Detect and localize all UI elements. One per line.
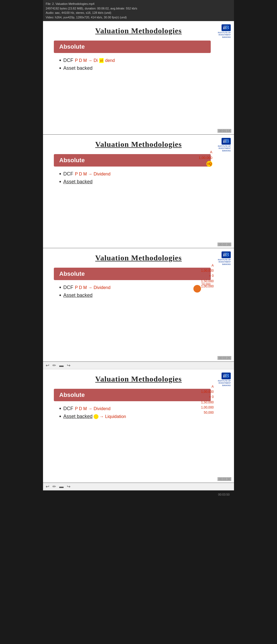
annotation-eq: =Q [199, 161, 212, 167]
asset-backed-wrapper-4: Asset backed → Liquidation [63, 414, 126, 419]
slide-4-absolute-label: Absolute [59, 391, 85, 398]
slide-1-absolute-box: Absolute [54, 41, 211, 53]
toolbar-2-icon-redo[interactable]: ↪ [67, 484, 70, 489]
slide-3-timestamp: 00:03:26 [217, 356, 231, 360]
toolbar-2-icon-pencil[interactable]: ✏ [52, 484, 56, 489]
toolbar-2-icon-undo[interactable]: ↩ [46, 484, 49, 489]
slide-3-absolute-label: Absolute [59, 270, 85, 277]
asset-backed-annotation-4: → Liquidation [100, 414, 126, 419]
annot4-v4: 50,000 [196, 410, 214, 415]
slide-4-top-annotation: A 1,00,000 = 0 1,50,000 1,00,000 50,000 [196, 384, 214, 415]
dcf-annotation-1: P D M → Di [75, 58, 98, 63]
slide-2-bottom [54, 187, 223, 235]
title-bar-line3: Audio: aac, 44100 Hz, stereo, s16, 128 k… [46, 11, 231, 15]
annotation-value: 1,00,000 [199, 155, 212, 161]
slide-1-bullet-dcf: • DCF P D M → Dividend [59, 57, 223, 64]
toolbar-2-icon-text[interactable]: ▬ [59, 484, 64, 489]
toolbar-icon-text[interactable]: ▬ [59, 363, 64, 368]
slide-1-bullet-asset: • Asset backed [59, 65, 223, 71]
annot3-v1: 1,00,000 [196, 268, 214, 273]
slide-3: iiB INSTITUTE OFINVESTMENT BANKING A 1,0… [43, 248, 234, 362]
slide-1-bottom [54, 73, 223, 122]
slide-2-absolute-box: Absolute [54, 154, 211, 167]
slide-2-title: Valuation Methodologies [54, 140, 223, 149]
toolbar-1: ↩ ✏ ▬ ↪ [43, 362, 234, 369]
annot4-v1: 1,00,000 [196, 389, 214, 394]
yellow-dot-4 [94, 414, 98, 419]
iib-logo-2: iiB INSTITUTE OFINVESTMENT BANKING [215, 138, 231, 150]
slide-4-absolute-box: Absolute [54, 389, 211, 401]
slide-2-bullet-dcf: • DCF P D M → Dividend [59, 171, 223, 177]
annot4-v3: 1,00,000 [201, 405, 214, 410]
slide-3-content: iiB INSTITUTE OFINVESTMENT BANKING A 1,0… [43, 248, 234, 354]
dcf-annotation-4: P D M → Dividend [75, 406, 110, 411]
dcf-highlight-1: vi [99, 58, 104, 63]
toolbar-icon-undo[interactable]: ↩ [46, 363, 49, 368]
slide-3-bottom [54, 300, 223, 349]
annotation-A: A [199, 150, 212, 155]
slide-3-absolute-box: Absolute [54, 268, 211, 280]
slide-4-title: Valuation Methodologies [54, 375, 223, 383]
annot4-v2: 1,50,000 [196, 400, 214, 405]
slide-1-bullets: • DCF P D M → Dividend • Asset backed [54, 57, 223, 71]
annot3-eq: = 0 [196, 273, 214, 278]
video-container: File: 2. Valuation Methodologies.mp4 249… [43, 0, 234, 499]
slide-2: iiB INSTITUTE OFINVESTMENT BANKING A 1,0… [43, 135, 234, 248]
slide-2-bullet-asset: • Asset backed [59, 179, 223, 185]
iib-logo-1: iiB INSTITUTE OFINVESTMENT BANKING [215, 24, 231, 36]
asset-backed-label-4: Asset backed [63, 414, 93, 419]
title-bar-line2: 24974192 bytes (23.82 MiB), duration: 00… [46, 6, 231, 11]
annot3-A: A [196, 263, 214, 268]
slide-3-bullet-asset: • Asset backed [59, 292, 223, 298]
toolbar-icon-pencil[interactable]: ✏ [52, 363, 56, 368]
eq-circle: =Q [206, 161, 212, 167]
bottom-timestamp: 00:03:50 [218, 493, 230, 496]
dcf-annotation-1b: dend [105, 58, 115, 63]
slide-2-top-annotation: A 1,00,000 =Q [199, 150, 212, 167]
slide-1-title: Valuation Methodologies [54, 26, 223, 35]
slide-1-absolute-label: Absolute [59, 43, 85, 50]
dcf-label-4: DCF [63, 406, 73, 411]
iib-logo-4: iiB INSTITUTE OFINVESTMENT BANKING [215, 373, 231, 385]
slide-4-timestamp: 00:03:38 [217, 477, 231, 481]
slide-1: iiB INSTITUTE OFINVESTMENT BANKING Valua… [43, 21, 234, 135]
toolbar-icon-redo[interactable]: ↪ [67, 363, 70, 368]
asset-backed-label-2: Asset backed [63, 179, 93, 185]
annot3-50k: 50,000 [202, 282, 210, 286]
slide-2-absolute-label: Absolute [59, 157, 85, 164]
slide-2-bullets: • DCF P D M → Dividend • Asset backed [54, 171, 223, 185]
slide-4: iiB INSTITUTE OFINVESTMENT BANKING A 1,0… [43, 369, 234, 483]
asset-backed-label-1: Asset backed [63, 65, 93, 71]
slide-2-content: iiB INSTITUTE OFINVESTMENT BANKING A 1,0… [43, 135, 234, 241]
slide-1-content: iiB INSTITUTE OFINVESTMENT BANKING Valua… [43, 21, 234, 127]
dcf-annotation-3: P D M → Dividend [75, 285, 110, 290]
dcf-annotation-2: P D M → Dividend [75, 172, 110, 177]
slide-4-content: iiB INSTITUTE OFINVESTMENT BANKING A 1,0… [43, 369, 234, 475]
toolbar-2: ↩ ✏ ▬ ↪ [43, 483, 234, 490]
title-bar-line1: File: 2. Valuation Methodologies.mp4 [46, 2, 231, 6]
bottom-bar: 00:03:50 [43, 490, 234, 499]
dcf-label: DCF [63, 58, 73, 63]
slide-4-bottom [54, 421, 223, 470]
dcf-label-3: DCF [63, 285, 73, 290]
slide-1-timestamp: 00:01:14 [217, 129, 231, 133]
orange-circle-3: 50,000 [193, 285, 210, 286]
title-bar: File: 2. Valuation Methodologies.mp4 249… [43, 0, 234, 21]
dcf-label-2: DCF [63, 171, 73, 177]
annot4-eq: = 0 [196, 394, 214, 400]
slide-2-timestamp: 00:02:26 [217, 243, 231, 246]
iib-logo-3: iiB INSTITUTE OFINVESTMENT BANKING [215, 251, 231, 264]
title-bar-line4: Video: h264, yuv420p, 1280x720, 414 kb/s… [46, 15, 231, 20]
annot4-A: A [196, 384, 214, 389]
asset-backed-label-3: Asset backed [63, 293, 93, 298]
slide-3-title: Valuation Methodologies [54, 254, 223, 262]
